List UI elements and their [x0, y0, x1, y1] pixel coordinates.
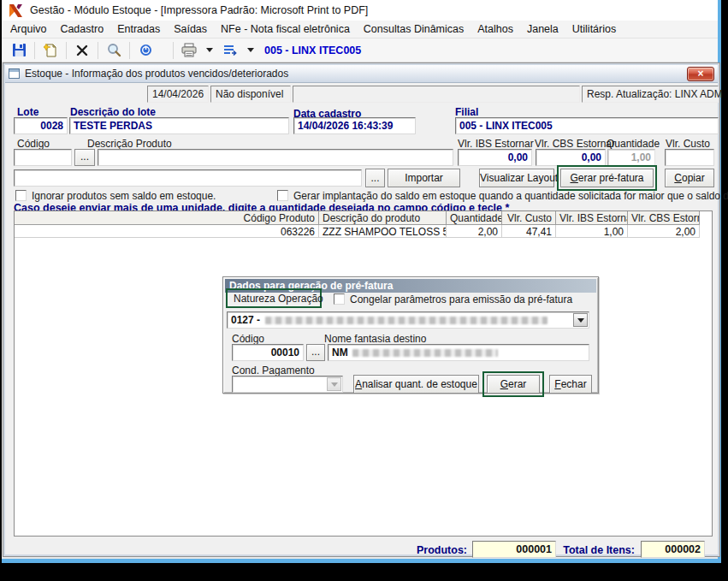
- print-button[interactable]: [179, 41, 199, 60]
- grid-header-cbs[interactable]: Vlr. CBS Estornar: [628, 211, 700, 225]
- delete-icon: [75, 44, 89, 57]
- vlr-cbs-field[interactable]: 0,00: [536, 149, 606, 166]
- descricao-lote-label: Descrição do lote: [70, 106, 156, 118]
- form-window-icon: [9, 68, 20, 79]
- toolbar: 005 - LINX ITEC005: [2, 39, 718, 62]
- combo-dropdown-button-disabled: [327, 377, 341, 391]
- app-window: Gestão - Módulo Estoque - [Impressora Pa…: [2, 0, 721, 563]
- redacted-text: [352, 349, 498, 357]
- new-button[interactable]: [40, 41, 61, 60]
- descricao-produto-field[interactable]: [98, 149, 453, 166]
- power-icon: [139, 43, 153, 57]
- grid-cell-descricao[interactable]: ZZZ SHAMPOO TELOSS 5 120ML: [319, 225, 447, 238]
- dialog-codigo-field[interactable]: 00010: [232, 344, 304, 361]
- chevron-down-icon: [206, 48, 213, 52]
- status-availability-panel: Não disponível: [210, 86, 291, 103]
- codigo-field[interactable]: [14, 149, 72, 166]
- close-button[interactable]: ×: [687, 67, 714, 81]
- grid-header-codigo[interactable]: Código Produto: [15, 211, 319, 225]
- toolbar-separator: [34, 42, 35, 59]
- grid-cell-codigo[interactable]: 063226: [15, 225, 319, 238]
- delete-button[interactable]: [72, 41, 92, 60]
- menu-atalhos[interactable]: Atalhos: [477, 23, 513, 35]
- export-button[interactable]: [220, 41, 240, 60]
- menu-janela[interactable]: Janela: [527, 23, 559, 35]
- menu-arquivo[interactable]: Arquivo: [10, 23, 46, 35]
- chevron-down-icon: [331, 382, 338, 387]
- congelar-checkbox[interactable]: [334, 293, 345, 305]
- import-browse-button[interactable]: ...: [365, 169, 385, 187]
- dialog-codigo-label: Código: [232, 333, 264, 345]
- export-icon: [222, 44, 238, 57]
- fechar-button[interactable]: Fechar: [549, 375, 592, 394]
- dialog-browse-button[interactable]: ...: [306, 344, 325, 361]
- print-dropdown-button[interactable]: [204, 41, 215, 60]
- ignorar-saldo-label: Ignorar produtos sem saldo em estoque.: [32, 190, 216, 202]
- vlr-custo-field[interactable]: [665, 149, 714, 166]
- produtos-count-field: 000001: [472, 541, 556, 558]
- search-button[interactable]: [104, 41, 124, 60]
- search-icon: [106, 43, 121, 58]
- codigo-label: Código: [17, 138, 50, 150]
- gerar-button[interactable]: Gerar: [487, 375, 540, 394]
- natureza-operacao-combo[interactable]: 0127 -: [227, 311, 589, 329]
- menu-entradas[interactable]: Entradas: [117, 23, 160, 35]
- menu-saidas[interactable]: Saídas: [174, 23, 207, 35]
- gerar-implantacao-checkbox[interactable]: [277, 190, 288, 201]
- cond-pagamento-label: Cond. Pagamento: [232, 365, 315, 376]
- desktop-background: Gestão - Módulo Estoque - [Impressora Pa…: [0, 0, 728, 581]
- analisar-estoque-button[interactable]: Analisar quant. de estoque: [353, 375, 479, 394]
- grid-header-custo[interactable]: Vlr. Custo: [502, 211, 556, 225]
- gerar-implantacao-label: Gerar implantação do saldo em estoque qu…: [293, 190, 728, 202]
- combo-dropdown-button[interactable]: [573, 313, 588, 327]
- new-document-icon: [44, 43, 58, 57]
- toolbar-separator: [66, 42, 67, 59]
- status-resp-panel: Resp. Atualização: LINX ADM: [582, 86, 719, 103]
- estoque-window-title: Estoque - Informação dos produtos vencid…: [25, 68, 288, 80]
- grid-header-ibs[interactable]: Vlr. IBS Estornar: [556, 211, 628, 225]
- menu-cadastro[interactable]: Cadastro: [60, 23, 104, 35]
- chevron-down-icon: [577, 318, 584, 323]
- importar-button[interactable]: Importar: [388, 169, 460, 187]
- filial-label: Filial: [455, 106, 478, 118]
- grid-cell-quantidade[interactable]: 2,00: [447, 225, 502, 238]
- data-cadastro-field[interactable]: 14/04/2026 16:43:39: [293, 117, 416, 134]
- visualizar-layout-button[interactable]: Visualizar Layout: [479, 169, 554, 187]
- cond-pagamento-combo[interactable]: [232, 376, 343, 393]
- app-titlebar: Gestão - Módulo Estoque - [Impressora Pa…: [2, 0, 718, 21]
- grid-header-quantidade[interactable]: Quantidade: [447, 211, 502, 225]
- power-button[interactable]: [135, 41, 156, 60]
- copiar-button[interactable]: Copiar: [665, 169, 714, 187]
- app-logo-icon: [9, 3, 23, 18]
- menu-utilitarios[interactable]: Utilitários: [572, 23, 616, 35]
- vlr-ibs-field[interactable]: 0,00: [458, 149, 532, 166]
- menu-nfe[interactable]: NFe - Nota fiscal eletrônica: [221, 23, 350, 35]
- branch-label: 005 - LINX ITEC005: [264, 44, 361, 56]
- grid-header-descricao[interactable]: Descrição do produto: [319, 211, 447, 225]
- chevron-down-icon: [247, 48, 254, 52]
- produtos-label: Produtos:: [394, 544, 467, 556]
- export-dropdown-button[interactable]: [246, 41, 256, 60]
- pre-fatura-dialog: Dados para geração de pré-fatura Naturez…: [222, 276, 599, 394]
- gerar-pre-fatura-button[interactable]: Gerar pré-fatura: [560, 169, 654, 187]
- mdi-area: Estoque - Informação dos produtos vencid…: [2, 62, 718, 559]
- total-itens-field: 000002: [641, 541, 705, 558]
- codigo-browse-button[interactable]: ...: [74, 149, 95, 166]
- filial-field[interactable]: 005 - LINX ITEC005: [455, 117, 719, 134]
- ignorar-saldo-checkbox[interactable]: [15, 190, 27, 201]
- save-button[interactable]: [9, 41, 29, 60]
- grid-cell-cbs[interactable]: 2,00: [628, 225, 700, 238]
- import-path-field[interactable]: [14, 169, 362, 187]
- nome-fantasia-field[interactable]: NM: [328, 344, 589, 361]
- quantidade-label: Quantidade: [607, 138, 660, 150]
- estoque-window: Estoque - Informação dos produtos vencid…: [3, 63, 719, 556]
- print-icon: [181, 43, 197, 57]
- toolbar-separator: [173, 42, 174, 59]
- menu-consultas[interactable]: Consultas Dinâmicas: [364, 23, 464, 35]
- descricao-lote-field[interactable]: TESTE PERDAS: [69, 117, 289, 134]
- grid-cell-custo[interactable]: 47,41: [502, 225, 556, 238]
- grid-cell-ibs[interactable]: 1,00: [556, 225, 628, 238]
- redacted-text: [265, 317, 547, 324]
- status-empty-panel: [293, 86, 580, 103]
- lote-field[interactable]: 0028: [14, 117, 68, 134]
